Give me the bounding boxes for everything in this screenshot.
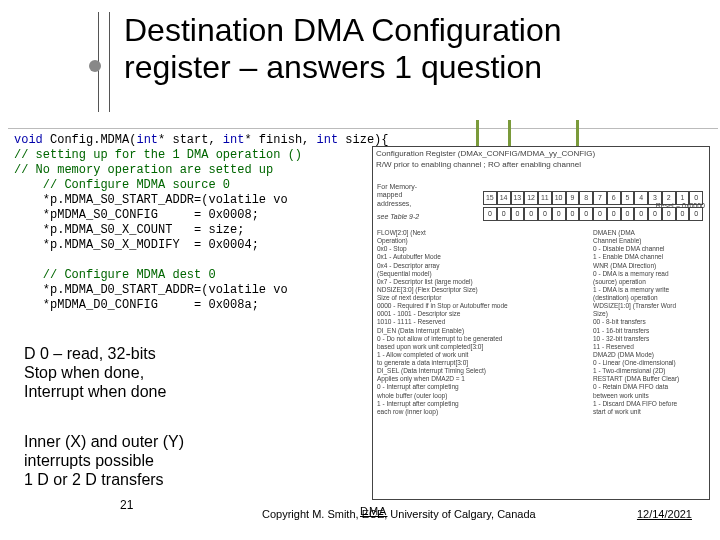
code-l6: *pMDMA_S0_CONFIG = 0x0008; bbox=[14, 208, 259, 222]
annotation-d0: D 0 – read, 32-bits Stop when done, Inte… bbox=[24, 344, 166, 402]
reg-left-1: For Memory- bbox=[377, 183, 417, 190]
bit-cell: 11 bbox=[538, 191, 552, 205]
register-title: Configuration Register (DMAx_CONFIG/MDMA… bbox=[373, 147, 709, 158]
val-cell: 0 bbox=[621, 207, 635, 221]
val-cell: 0 bbox=[538, 207, 552, 221]
register-field-descriptions-right: DMAEN (DMA Channel Enable) 0 - Disable D… bbox=[593, 229, 705, 416]
val-cell: 0 bbox=[607, 207, 621, 221]
bit-cell: 15 bbox=[483, 191, 497, 205]
val-cell: 0 bbox=[689, 207, 703, 221]
register-reset: Reset = 0x0000 bbox=[656, 202, 705, 209]
annot2-l2: interrupts possible bbox=[24, 452, 154, 469]
code-comment-4: // Configure MDMA dest 0 bbox=[14, 268, 216, 282]
register-left-label: For Memory- mapped addresses, bbox=[377, 183, 417, 208]
val-cell: 0 bbox=[566, 207, 580, 221]
val-cell: 0 bbox=[524, 207, 538, 221]
copyright: Copyright M. Smith, ECE, University of C… bbox=[262, 508, 536, 520]
register-field-descriptions-left: FLOW[2:0] (Next Operation) 0x0 - Stop 0x… bbox=[377, 229, 577, 416]
bit-cell: 4 bbox=[634, 191, 648, 205]
kw-int1: int bbox=[136, 133, 158, 147]
code-l1h: size){ bbox=[338, 133, 388, 147]
kw-int3: int bbox=[316, 133, 338, 147]
val-cell: 0 bbox=[634, 207, 648, 221]
bit-cell: 8 bbox=[579, 191, 593, 205]
val-cell: 0 bbox=[552, 207, 566, 221]
val-cell: 0 bbox=[648, 207, 662, 221]
code-l8: *p.MDMA_S0_X_MODIFY = 0x0004; bbox=[14, 238, 259, 252]
code-comment-1: // setting up for the 1 DMA operation () bbox=[14, 148, 302, 162]
slide-number: 21 bbox=[120, 498, 133, 512]
slide-date: 12/14/2021 bbox=[637, 508, 692, 520]
kw-int2: int bbox=[223, 133, 245, 147]
bit-cell: 12 bbox=[524, 191, 538, 205]
code-comment-3: // Configure MDMA source 0 bbox=[14, 178, 230, 192]
code-comment-2: // No memory operation are setted up bbox=[14, 163, 273, 177]
bit-cell: 7 bbox=[593, 191, 607, 205]
title-accent-bar bbox=[98, 12, 110, 112]
annot2-l1: Inner (X) and outer (Y) bbox=[24, 433, 184, 450]
register-subtitle: R/W prior to enabling channel ; RO after… bbox=[373, 158, 709, 169]
code-l12: *pMDMA_D0_CONFIG = 0x008a; bbox=[14, 298, 259, 312]
title-line-2: register – answers 1 question bbox=[124, 49, 542, 85]
annot1-l3: Interrupt when done bbox=[24, 383, 166, 400]
code-l1f: * finish, bbox=[244, 133, 316, 147]
bit-cell: 9 bbox=[566, 191, 580, 205]
code-l1d: * start, bbox=[158, 133, 223, 147]
code-l11: *p.MDMA_D0_START_ADDR=(volatile vo bbox=[14, 283, 288, 297]
bit-cell: 13 bbox=[511, 191, 525, 205]
reg-left-3: addresses, bbox=[377, 200, 411, 207]
bit-cell: 6 bbox=[607, 191, 621, 205]
annot2-l3: 1 D or 2 D transfers bbox=[24, 471, 164, 488]
val-cell: 0 bbox=[579, 207, 593, 221]
code-l5: *p.MDMA_S0_START_ADDR=(volatile vo bbox=[14, 193, 288, 207]
annot1-l1: D 0 – read, 32-bits bbox=[24, 345, 156, 362]
slide-title: Destination DMA Configuration register –… bbox=[124, 12, 562, 86]
code-l7: *p.MDMA_S0_X_COUNT = size; bbox=[14, 223, 244, 237]
val-cell: 0 bbox=[676, 207, 690, 221]
val-cell: 0 bbox=[593, 207, 607, 221]
register-diagram: Configuration Register (DMAx_CONFIG/MDMA… bbox=[372, 146, 710, 500]
val-cell: 0 bbox=[662, 207, 676, 221]
code-l1b: Config.MDMA( bbox=[43, 133, 137, 147]
annot1-l2: Stop when done, bbox=[24, 364, 144, 381]
title-line-1: Destination DMA Configuration bbox=[124, 12, 562, 48]
bit-cell: 14 bbox=[497, 191, 511, 205]
val-cell: 0 bbox=[483, 207, 497, 221]
bit-cell: 10 bbox=[552, 191, 566, 205]
reg-left-2: mapped bbox=[377, 191, 402, 198]
register-see-table: see Table 9-2 bbox=[377, 213, 419, 220]
val-cell: 0 bbox=[497, 207, 511, 221]
val-cell: 0 bbox=[511, 207, 525, 221]
bit-cell: 5 bbox=[621, 191, 635, 205]
kw-void: void bbox=[14, 133, 43, 147]
register-val-row: 0000000000000000 bbox=[483, 207, 703, 221]
annotation-interrupts: Inner (X) and outer (Y) interrupts possi… bbox=[24, 432, 184, 490]
